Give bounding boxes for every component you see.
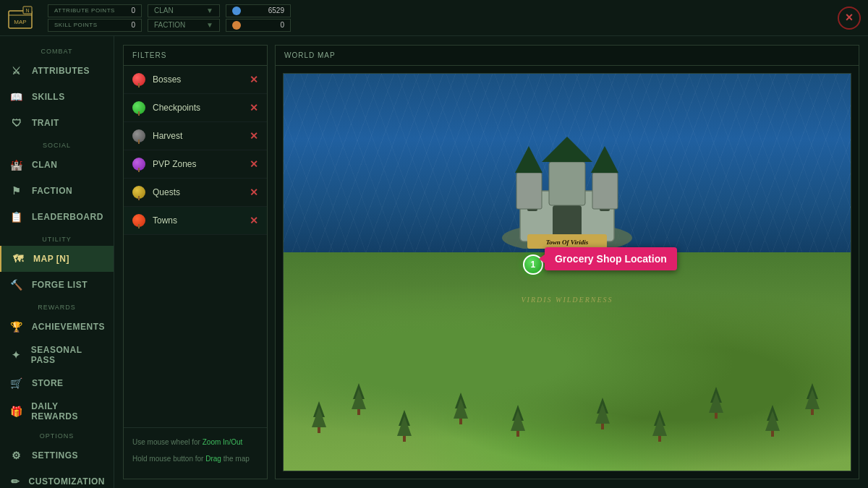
location-popup: Grocery Shop Location <box>545 247 677 270</box>
sidebar-item-achievements[interactable]: 🏆 ACHIEVEMENTS <box>0 314 114 340</box>
clan-label: CLAN <box>154 7 174 14</box>
customization-icon: ✏ <box>9 474 22 488</box>
drag-highlight: Drag <box>205 455 221 463</box>
logo-icon: MAP N <box>7 5 33 31</box>
svg-rect-10 <box>549 162 585 205</box>
close-button[interactable]: × <box>838 7 861 30</box>
pvpzones-pin-icon <box>132 158 145 171</box>
quests-remove-icon[interactable]: ✕ <box>250 187 258 198</box>
seasonalpass-icon: ✦ <box>9 347 24 363</box>
sidebar-item-leaderboard[interactable]: 📋 LEADERBOARD <box>0 204 114 230</box>
achievements-label: ACHIEVEMENTS <box>32 322 105 332</box>
filter-harvest[interactable]: Harvest ✕ <box>124 122 267 150</box>
map-viewport[interactable]: Town Of Viridis 1 Grocery Shop Location <box>283 73 851 471</box>
worldmap-panel: WORLD MAP <box>275 45 859 479</box>
coin-resource-value: 0 <box>280 21 284 29</box>
drag-hint: Hold mouse button for Drag the map <box>132 453 258 464</box>
sidebar-item-trait[interactable]: 🛡 TRAIT <box>0 110 114 136</box>
svg-text:MAP: MAP <box>14 19 26 25</box>
worldmap-content[interactable]: Town Of Viridis 1 Grocery Shop Location <box>276 66 859 479</box>
faction-dropdown[interactable]: FACTION ▼ <box>148 19 220 32</box>
coin-resource-row: 0 <box>226 19 291 32</box>
clan-dropdown[interactable]: CLAN ▼ <box>148 4 220 17</box>
settings-icon: ⚙ <box>9 448 25 463</box>
options-section-label: OPTIONS <box>0 427 114 442</box>
tree-2 <box>352 383 366 415</box>
svg-text:Town Of Viridis: Town Of Viridis <box>546 239 589 246</box>
attributes-label: ATTRIBUTES <box>32 66 90 76</box>
filter-pvpzones[interactable]: PVP Zones ✕ <box>124 150 267 179</box>
castle-svg: Town Of Viridis <box>488 133 647 249</box>
sidebar-item-forgelist[interactable]: 🔨 FORGE LIST <box>0 272 114 298</box>
svg-marker-15 <box>591 146 618 173</box>
filter-towns[interactable]: Towns ✕ <box>124 207 267 235</box>
zoom-hint: Use mouse wheel for Zoom In/Out <box>132 437 258 448</box>
harvest-remove-icon[interactable]: ✕ <box>250 130 258 142</box>
filters-panel: FILTERS Bosses ✕ Checkpoints ✕ Harvest ✕… <box>123 45 268 479</box>
sidebar-item-map[interactable]: 🗺 MAP [N] <box>0 246 114 272</box>
map-trees <box>284 273 851 451</box>
faction-label: FACTION <box>154 21 185 29</box>
forgelist-label: FORGE LIST <box>32 280 88 290</box>
skill-points-value: 0 <box>124 21 135 29</box>
sidebar-item-faction[interactable]: ⚑ FACTION <box>0 178 114 204</box>
quests-pin-icon <box>132 186 145 199</box>
bosses-remove-icon[interactable]: ✕ <box>250 74 258 85</box>
tree-10 <box>805 383 820 415</box>
svg-marker-11 <box>542 137 592 162</box>
tree-5 <box>511 405 525 437</box>
checkpoints-pin-icon <box>132 101 145 114</box>
tree-1 <box>312 401 326 433</box>
sidebar-item-attributes[interactable]: ⚔ ATTRIBUTES <box>0 58 114 84</box>
checkpoints-label: Checkpoints <box>153 103 242 113</box>
harvest-pin-icon <box>132 129 145 142</box>
attributes-icon: ⚔ <box>9 63 25 79</box>
harvest-label: Harvest <box>153 131 242 141</box>
svg-rect-12 <box>516 173 542 209</box>
dailyrewards-label: DAILY REWARDS <box>31 401 105 421</box>
clan-icon: 🏰 <box>9 157 25 173</box>
towns-remove-icon[interactable]: ✕ <box>250 215 258 226</box>
blue-resource-icon <box>232 7 241 15</box>
leaderboard-icon: 📋 <box>9 209 25 225</box>
sidebar-item-customization[interactable]: ✏ CUSTOMIZATION <box>0 468 114 488</box>
skill-points-row: SKILL POINTS 0 <box>48 19 142 32</box>
faction-icon: ⚑ <box>9 183 25 199</box>
top-bar: MAP N ATTRIBUTE POINTS 0 SKILL POINTS 0 … <box>0 0 868 36</box>
sidebar-item-settings[interactable]: ⚙ SETTINGS <box>0 442 114 468</box>
social-section-label: SOCIAL <box>0 136 114 152</box>
pvpzones-remove-icon[interactable]: ✕ <box>250 158 258 170</box>
checkpoints-remove-icon[interactable]: ✕ <box>250 102 258 114</box>
attribute-points-row: ATTRIBUTE POINTS 0 <box>48 4 142 17</box>
settings-label: SETTINGS <box>32 450 78 461</box>
skills-icon: 📖 <box>9 89 25 105</box>
dropdown-block: CLAN ▼ FACTION ▼ <box>148 4 220 32</box>
main-layout: COMBAT ⚔ ATTRIBUTES 📖 SKILLS 🛡 TRAIT SOC… <box>0 36 868 488</box>
sidebar-item-store[interactable]: 🛒 STORE <box>0 370 114 396</box>
marker-number: 1 <box>531 260 536 270</box>
sidebar-item-skills[interactable]: 📖 SKILLS <box>0 84 114 110</box>
skills-label: SKILLS <box>32 92 65 102</box>
sidebar-item-clan[interactable]: 🏰 CLAN <box>0 152 114 178</box>
filter-quests[interactable]: Quests ✕ <box>124 179 267 207</box>
tree-3 <box>397 410 412 442</box>
filter-checkpoints[interactable]: Checkpoints ✕ <box>124 94 267 122</box>
store-label: STORE <box>32 378 64 388</box>
trait-icon: 🛡 <box>9 115 25 131</box>
customization-label: CUSTOMIZATION <box>29 476 105 487</box>
zoom-highlight: Zoom In/Out <box>203 438 243 446</box>
utility-section-label: UTILITY <box>0 230 114 246</box>
tree-8 <box>709 387 723 419</box>
forgelist-icon: 🔨 <box>9 277 25 293</box>
pvpzones-label: PVP Zones <box>153 159 242 169</box>
sidebar-item-dailyrewards[interactable]: 🎁 DAILY REWARDS <box>0 396 114 427</box>
tree-4 <box>454 393 468 424</box>
filter-bosses[interactable]: Bosses ✕ <box>124 66 267 94</box>
sidebar: COMBAT ⚔ ATTRIBUTES 📖 SKILLS 🛡 TRAIT SOC… <box>0 36 114 488</box>
location-marker: 1 Grocery Shop Location <box>523 254 543 275</box>
dailyrewards-icon: 🎁 <box>9 403 24 419</box>
logo-area: MAP N <box>7 5 33 31</box>
tree-9 <box>765 405 780 437</box>
filters-header: FILTERS <box>124 46 267 66</box>
sidebar-item-seasonalpass[interactable]: ✦ SEASONAL PASS <box>0 340 114 370</box>
